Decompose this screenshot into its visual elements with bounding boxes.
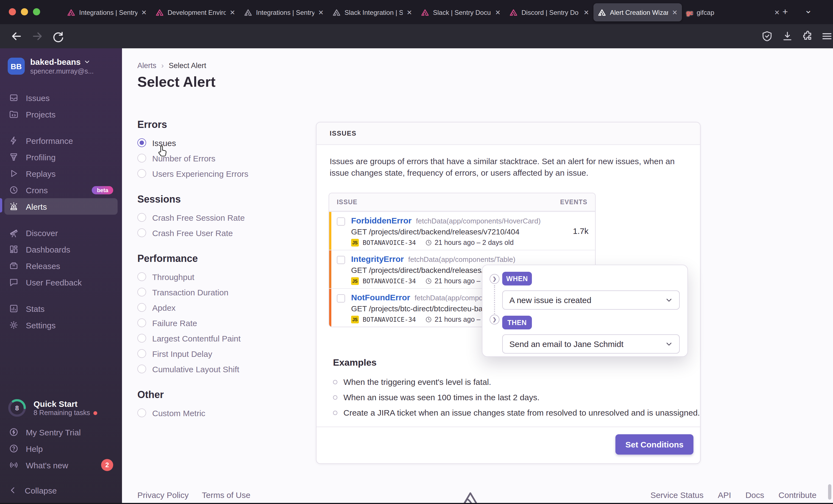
new-tab-button[interactable]: + xyxy=(778,5,792,19)
radio-dot[interactable] xyxy=(137,169,146,178)
radio-crash-free-user-rate[interactable]: Crash Free User Rate xyxy=(137,225,308,241)
radio-dot[interactable] xyxy=(137,213,146,222)
list-tabs-button[interactable]: ⌄ xyxy=(801,4,815,17)
radio-first-input-delay[interactable]: First Input Delay xyxy=(137,346,308,361)
radio-transaction-duration[interactable]: Transaction Duration xyxy=(137,284,308,300)
when-button[interactable]: WHEN xyxy=(502,272,532,285)
chevron-down-icon xyxy=(84,59,90,65)
radio-dot[interactable] xyxy=(137,334,146,343)
tab-close-icon[interactable]: ✕ xyxy=(495,8,501,16)
when-condition-select[interactable]: A new issue is created xyxy=(502,291,680,310)
radio-label: Crash Free Session Rate xyxy=(152,213,245,222)
then-action-select[interactable]: Send an email to Jane Schmidt xyxy=(502,334,680,354)
radio-dot[interactable] xyxy=(137,228,146,237)
table-row[interactable]: ForbiddenErrorfetchData(app/components/H… xyxy=(329,211,595,250)
sidebar-item-alerts[interactable]: Alerts xyxy=(4,198,118,215)
tab-slack-docs[interactable]: Slack | Sentry Docu ✕ xyxy=(416,3,505,21)
radio-dot[interactable] xyxy=(137,408,146,417)
radio-failure-rate[interactable]: Failure Rate xyxy=(137,315,308,330)
radio-dot[interactable] xyxy=(137,319,146,327)
radio-dot[interactable] xyxy=(137,138,146,147)
sidebar-item-projects[interactable]: Projects xyxy=(0,106,122,122)
sidebar-item-stats[interactable]: Stats xyxy=(0,300,122,317)
sidebar-item-profiling[interactable]: Profiling xyxy=(0,149,122,165)
sentry-favicon xyxy=(421,8,429,17)
radio-crash-free-session-rate[interactable]: Crash Free Session Rate xyxy=(137,210,308,225)
tab-close-icon[interactable]: ✕ xyxy=(407,8,412,16)
chevron-circle-icon: ❯ xyxy=(490,314,499,325)
tab-close-icon[interactable]: ✕ xyxy=(141,8,147,16)
tab-close-icon[interactable]: ✕ xyxy=(230,8,235,16)
issue-link[interactable]: NotFoundError xyxy=(351,293,410,302)
set-conditions-button[interactable]: Set Conditions xyxy=(615,434,693,455)
inbox-icon xyxy=(9,93,19,103)
radio-apdex[interactable]: Apdex xyxy=(137,300,308,315)
radio-dot[interactable] xyxy=(137,349,146,358)
sentry-app: BB baked-beans spencer.murray@s... Issue… xyxy=(0,48,833,504)
sidebar-item-user-feedback[interactable]: User Feedback xyxy=(0,274,122,291)
reload-button[interactable] xyxy=(52,30,65,43)
scrollbar-thumb[interactable] xyxy=(828,484,831,500)
row-checkbox[interactable] xyxy=(337,294,345,303)
radio-dot[interactable] xyxy=(137,154,146,162)
sidebar-collapse-button[interactable]: Collapse xyxy=(0,482,122,499)
radio-label: Crash Free User Rate xyxy=(152,228,233,237)
tab-slack-integration[interactable]: Slack Integration | S ✕ xyxy=(328,3,416,21)
sidebar-item-trial[interactable]: My Sentry Trial xyxy=(0,424,122,440)
sidebar-item-releases[interactable]: Releases xyxy=(0,257,122,274)
tab-integrations-1[interactable]: Integrations | Sentry ✕ xyxy=(63,3,151,21)
tab-discord-docs[interactable]: Discord | Sentry Do ✕ xyxy=(505,3,593,21)
radio-dot[interactable] xyxy=(137,364,146,373)
menu-icon[interactable] xyxy=(821,30,833,42)
sidebar-item-crons[interactable]: Crons beta xyxy=(0,182,122,198)
tab-close-icon[interactable]: ✕ xyxy=(672,8,677,16)
radio-users-experiencing-errors[interactable]: Users Experiencing Errors xyxy=(137,166,308,181)
issue-link[interactable]: IntegrityError xyxy=(351,254,404,263)
sidebar-item-dashboards[interactable]: Dashboards xyxy=(0,241,122,257)
footer-api-link[interactable]: API xyxy=(718,490,731,500)
tab-close-icon[interactable]: ✕ xyxy=(318,8,324,16)
clock-icon xyxy=(425,278,432,284)
radio-dot[interactable] xyxy=(137,303,146,312)
then-button[interactable]: THEN xyxy=(502,316,532,329)
forward-button[interactable] xyxy=(31,30,44,43)
sidebar-item-settings[interactable]: Settings xyxy=(0,317,122,333)
footer-privacy-link[interactable]: Privacy Policy xyxy=(137,490,189,500)
radio-cumulative-layout-shift[interactable]: Cumulative Layout Shift xyxy=(137,361,308,377)
sidebar-item-help[interactable]: Help xyxy=(0,440,122,457)
footer-contribute-link[interactable]: Contribute xyxy=(779,490,816,500)
sidebar-item-performance[interactable]: Performance xyxy=(0,132,122,149)
row-checkbox[interactable] xyxy=(337,256,345,264)
shield-check-icon[interactable] xyxy=(761,30,773,42)
extensions-icon[interactable] xyxy=(802,30,814,42)
notification-dot xyxy=(93,411,97,415)
tab-gifcap[interactable]: gc gifcap ✕ xyxy=(682,3,784,21)
sidebar-item-issues[interactable]: Issues xyxy=(0,90,122,106)
downloads-icon[interactable] xyxy=(781,30,793,42)
footer-service-status-link[interactable]: Service Status xyxy=(650,490,703,500)
sidebar-item-discover[interactable]: Discover xyxy=(0,225,122,241)
footer-terms-link[interactable]: Terms of Use xyxy=(202,490,251,500)
tab-close-icon[interactable]: ✕ xyxy=(584,8,589,16)
tab-alert-creation-wizard[interactable]: Alert Creation Wizar ✕ xyxy=(593,3,682,21)
window-close-button[interactable] xyxy=(9,8,16,16)
tab-development-env[interactable]: Development Enviro ✕ xyxy=(151,3,240,21)
breadcrumb-alerts[interactable]: Alerts xyxy=(137,61,156,70)
org-switcher[interactable]: BB baked-beans spencer.murray@s... xyxy=(0,48,122,75)
back-button[interactable] xyxy=(10,30,23,43)
radio-throughput[interactable]: Throughput xyxy=(137,269,308,284)
sidebar-item-replays[interactable]: Replays xyxy=(0,165,122,182)
radio-custom-metric[interactable]: Custom Metric xyxy=(137,405,308,421)
radio-dot[interactable] xyxy=(137,272,146,281)
window-minimize-button[interactable] xyxy=(21,8,28,16)
radio-largest-contentful-paint[interactable]: Largest Contentful Paint xyxy=(137,330,308,346)
issue-link[interactable]: ForbiddenError xyxy=(351,216,411,225)
row-checkbox[interactable] xyxy=(337,218,345,226)
window-zoom-button[interactable] xyxy=(33,8,40,16)
radio-dot[interactable] xyxy=(137,288,146,297)
sidebar-item-whats-new[interactable]: What's new 2 xyxy=(0,457,122,473)
example-item: When an issue was seen 100 times in the … xyxy=(333,393,700,402)
quick-start[interactable]: 8 Quick Start 8 Remaining tasks xyxy=(0,398,122,418)
tab-integrations-2[interactable]: Integrations | Sentry ✕ xyxy=(240,3,328,21)
footer-docs-link[interactable]: Docs xyxy=(745,490,764,500)
